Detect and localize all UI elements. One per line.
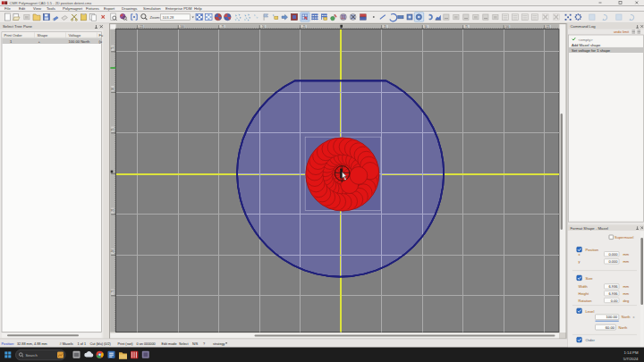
svg-text:Fu: Fu: [99, 33, 104, 38]
svg-text:View: View: [33, 6, 42, 11]
svg-text:CMR Polymagnet CAD 1.5 - 2D po: CMR Polymagnet CAD 1.5 - 2D position det…: [10, 1, 92, 5]
svg-text:60.00: 60.00: [606, 325, 615, 330]
svg-text:x: x: [633, 316, 635, 319]
svg-text:N/S: N/S: [192, 342, 199, 346]
svg-text:Width: Width: [579, 284, 588, 289]
svg-text:-50: -50: [261, 25, 265, 29]
svg-text:Edit mode: Edit mode: [162, 342, 177, 346]
svg-text:Select Tree Pane: Select Tree Pane: [3, 24, 33, 29]
svg-text:(0/2): (0/2): [104, 342, 112, 346]
svg-text:Shape: Shape: [38, 33, 49, 38]
svg-text:Rotation: Rotation: [579, 299, 592, 303]
svg-text:-125: -125: [139, 25, 144, 29]
svg-text:mm: mm: [623, 259, 630, 264]
svg-text:100: 100: [505, 25, 510, 29]
svg-text:Add Maxel shape: Add Maxel shape: [572, 43, 601, 47]
svg-text:100.00: 100.00: [606, 315, 617, 319]
svg-text:5/7/2024: 5/7/2024: [623, 357, 639, 361]
svg-text:Voltage: Voltage: [69, 33, 81, 38]
svg-text:6.936: 6.936: [608, 284, 618, 289]
svg-text:Print (swt): Print (swt): [118, 342, 134, 346]
svg-text:25: 25: [384, 25, 387, 29]
svg-text:1:14 PM: 1:14 PM: [623, 350, 638, 355]
svg-text:0.000: 0.000: [608, 252, 618, 257]
svg-text:North: North: [622, 315, 631, 319]
svg-text:75: 75: [465, 25, 469, 29]
svg-text:75: 75: [111, 46, 114, 50]
svg-text:-75: -75: [221, 25, 225, 29]
svg-text:y: y: [579, 259, 580, 264]
svg-text:Search: Search: [26, 353, 38, 358]
svg-text:Enterprise PDM: Enterprise PDM: [165, 6, 192, 11]
svg-text:Simulation: Simulation: [143, 6, 161, 11]
svg-text:Height: Height: [579, 291, 589, 296]
svg-text:25: 25: [111, 128, 114, 131]
svg-text:Order: Order: [586, 338, 596, 342]
svg-text:mm: mm: [623, 252, 630, 257]
svg-text:Print Order: Print Order: [4, 33, 23, 38]
svg-text:Position: Position: [586, 248, 599, 252]
svg-text:Edit: Edit: [19, 6, 26, 11]
svg-text:-100: -100: [179, 25, 184, 29]
svg-text:Position:: Position:: [2, 342, 15, 346]
svg-text:(u: (u: [99, 39, 103, 44]
svg-text:Help: Help: [194, 6, 202, 11]
svg-text:32.88 mm, 4.88 mm: 32.88 mm, 4.88 mm: [17, 342, 47, 346]
svg-text:103.28: 103.28: [163, 15, 174, 20]
svg-text:Level: Level: [586, 309, 595, 314]
svg-text:x: x: [579, 252, 580, 257]
svg-text:?: ?: [203, 342, 205, 346]
svg-text:50: 50: [111, 88, 114, 91]
svg-text:-75: -75: [111, 290, 114, 293]
svg-text:Size: Size: [586, 276, 594, 281]
svg-text:Drawings: Drawings: [122, 6, 137, 11]
svg-text:undo limit: undo limit: [614, 29, 630, 34]
svg-text:North: North: [619, 325, 628, 330]
svg-text:Export: Export: [104, 6, 115, 11]
svg-text:0 on 000000: 0 on 000000: [137, 342, 156, 346]
svg-text:0.000: 0.000: [608, 259, 618, 264]
svg-text:File: File: [4, 6, 11, 11]
svg-text:125: 125: [546, 25, 550, 29]
svg-text:-25: -25: [302, 25, 306, 29]
svg-text:Command Log: Command Log: [571, 24, 597, 29]
svg-text:-50: -50: [111, 249, 114, 253]
svg-text:mm: mm: [623, 291, 630, 296]
svg-text:Supermaxel: Supermaxel: [614, 235, 633, 240]
svg-text:deg: deg: [623, 299, 630, 303]
svg-text:6.936: 6.936: [608, 291, 618, 296]
svg-text:strategy: strategy: [213, 342, 225, 346]
svg-text:50: 50: [425, 25, 428, 29]
svg-text:1 of 1: 1 of 1: [78, 342, 87, 346]
svg-text:Fixtures: Fixtures: [86, 6, 99, 11]
svg-text:Set voltage for 1 shape: Set voltage for 1 shape: [572, 48, 611, 53]
svg-text:mm: mm: [623, 284, 630, 289]
svg-text:Format Shape - Maxel: Format Shape - Maxel: [571, 226, 609, 231]
svg-text:Zoom:: Zoom:: [150, 15, 161, 20]
svg-text:0.00: 0.00: [611, 299, 619, 303]
svg-text:Select: Select: [179, 342, 189, 346]
svg-text:100.00 North: 100.00 North: [69, 39, 90, 44]
svg-text:# Maxels: # Maxels: [60, 342, 73, 346]
svg-text:<empty>: <empty>: [579, 38, 594, 42]
svg-text:-25: -25: [111, 208, 114, 212]
svg-text:Cut (blu): Cut (blu): [90, 342, 104, 346]
svg-text:Tools: Tools: [47, 6, 55, 11]
svg-text:Polymagnet: Polymagnet: [63, 6, 83, 11]
